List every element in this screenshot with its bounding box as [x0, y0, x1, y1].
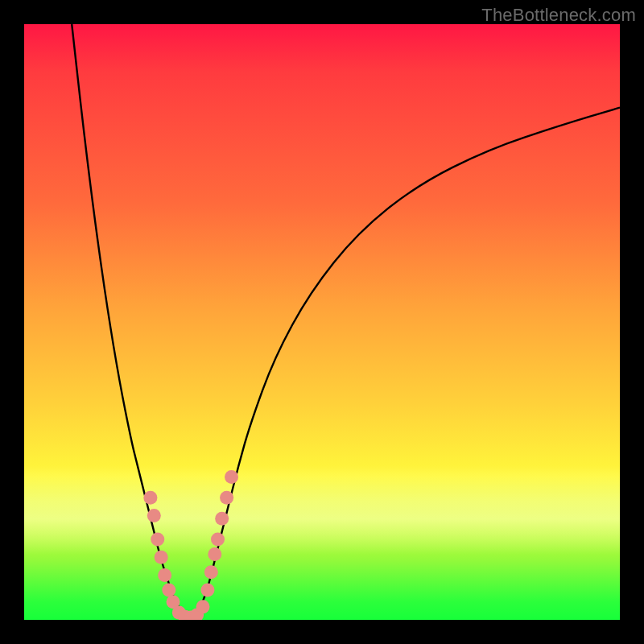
data-marker: [208, 547, 221, 561]
data-marker: [147, 509, 161, 522]
data-marker: [200, 584, 214, 597]
chart-svg: [24, 24, 620, 620]
data-marker: [220, 491, 233, 505]
data-marker: [155, 551, 168, 564]
watermark-text: TheBottleneck.com: [481, 5, 636, 26]
data-marker: [151, 533, 164, 547]
data-marker: [211, 533, 225, 547]
data-marker: [162, 584, 175, 597]
data-marker: [204, 565, 218, 579]
curve-left-branch: [72, 24, 191, 620]
data-marker: [158, 568, 171, 582]
curve-right-branch: [191, 108, 620, 620]
marker-group: [143, 470, 238, 620]
data-marker: [143, 491, 157, 505]
data-marker: [196, 600, 210, 613]
plot-area: [24, 24, 620, 620]
data-marker: [215, 512, 229, 526]
chart-frame: TheBottleneck.com: [0, 0, 644, 644]
data-marker: [225, 470, 238, 484]
